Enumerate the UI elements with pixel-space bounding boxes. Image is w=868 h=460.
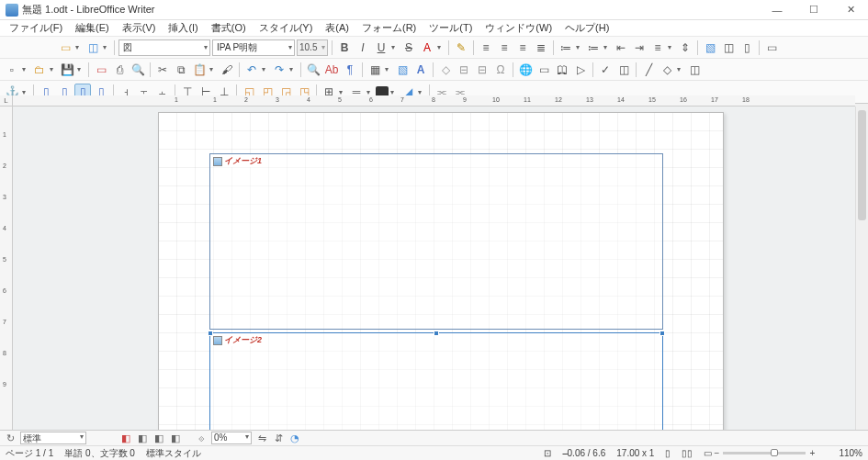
export-pdf-icon[interactable]: ▭ xyxy=(93,62,109,78)
color-icon[interactable]: ◧ xyxy=(119,432,132,444)
status-view-book-icon[interactable]: ▭ xyxy=(704,448,712,458)
dropdown-icon[interactable]: ▾ xyxy=(668,43,675,51)
font-name-combo[interactable]: IPA P明朝 xyxy=(212,39,295,56)
insert-chart-icon[interactable]: ◫ xyxy=(720,39,737,56)
dropdown-icon[interactable]: ▾ xyxy=(50,65,57,73)
insert-image-icon[interactable]: ▧ xyxy=(702,39,718,56)
paste-icon[interactable]: 📋 xyxy=(191,62,208,78)
insert-textbox-icon[interactable]: A xyxy=(412,62,429,78)
status-zoom[interactable]: 110% xyxy=(839,448,862,458)
insert-table-icon[interactable]: ▦ xyxy=(366,62,383,78)
align-left-icon[interactable]: ≡ xyxy=(478,39,494,56)
status-style[interactable]: 標準スタイル xyxy=(146,447,201,460)
vertical-ruler[interactable]: 123456789 xyxy=(0,107,13,430)
clone-format-icon[interactable]: 🖌 xyxy=(219,62,235,78)
styles-icon[interactable]: ◫ xyxy=(85,39,101,56)
page-break-icon[interactable]: ▭ xyxy=(763,39,780,56)
dropdown-icon[interactable]: ▾ xyxy=(391,43,399,51)
dropdown-icon[interactable]: ▾ xyxy=(437,43,445,51)
maximize-button[interactable]: ☐ xyxy=(802,2,826,18)
undo-icon[interactable]: ↶ xyxy=(243,62,260,78)
crop-icon[interactable]: ⟐ xyxy=(195,432,208,444)
record-changes-icon[interactable]: ◫ xyxy=(615,62,632,78)
hyperlink-icon[interactable]: 🌐 xyxy=(517,62,534,78)
page[interactable]: イメージ1 イメージ2 xyxy=(158,112,724,430)
menu-help[interactable]: ヘルプ(H) xyxy=(559,20,614,36)
copy-icon[interactable]: ⧉ xyxy=(173,62,189,78)
bold-icon[interactable]: B xyxy=(336,39,353,56)
dropdown-icon[interactable]: ▾ xyxy=(209,65,217,73)
document-workspace[interactable]: イメージ1 イメージ2 xyxy=(13,107,855,430)
status-view-multi-icon[interactable]: ▯▯ xyxy=(682,448,693,458)
draw-functions-icon[interactable]: ◫ xyxy=(686,62,703,78)
align-justify-icon[interactable]: ≣ xyxy=(533,39,549,56)
menu-format[interactable]: 書式(O) xyxy=(206,20,252,36)
spellcheck-icon[interactable]: Ab xyxy=(323,62,340,78)
print-preview-icon[interactable]: 🔍 xyxy=(130,62,146,78)
align-right-icon[interactable]: ≡ xyxy=(514,39,531,56)
footnote-icon[interactable]: ▭ xyxy=(535,62,552,78)
flip-v-icon[interactable]: ⇵ xyxy=(272,432,285,444)
menu-view[interactable]: 表示(V) xyxy=(117,20,162,36)
vertical-scrollbar[interactable] xyxy=(855,107,868,430)
line-icon[interactable]: ╱ xyxy=(640,62,657,78)
para-spacing-icon[interactable]: ⇕ xyxy=(677,39,693,56)
zoom-knob[interactable] xyxy=(771,449,778,456)
open-icon[interactable]: ▭ xyxy=(57,39,73,56)
insert-field-icon[interactable]: ◇ xyxy=(437,62,454,78)
new-icon[interactable]: ▫ xyxy=(4,62,20,78)
track-changes-icon[interactable]: ✓ xyxy=(597,62,614,78)
close-button[interactable]: ✕ xyxy=(839,2,862,18)
apply-style-combo[interactable]: 標準 xyxy=(20,432,86,444)
menu-style[interactable]: スタイル(Y) xyxy=(254,20,319,36)
line-spacing-icon[interactable]: ≡ xyxy=(649,39,666,56)
open-folder-icon[interactable]: 🗀 xyxy=(31,62,48,78)
ruler-corner[interactable]: L xyxy=(0,95,13,107)
redo-icon[interactable]: ↷ xyxy=(271,62,287,78)
scrollbar-thumb[interactable] xyxy=(858,110,866,220)
save-icon[interactable]: 💾 xyxy=(59,62,75,78)
resize-handle-nw[interactable] xyxy=(208,331,213,336)
highlight-icon[interactable]: ✎ xyxy=(453,39,469,56)
menu-tool[interactable]: ツール(T) xyxy=(423,20,478,36)
watermark-icon[interactable]: ◧ xyxy=(169,432,182,444)
insert-image2-icon[interactable]: ▧ xyxy=(394,62,411,78)
bullet-list-icon[interactable]: ≔ xyxy=(558,39,574,56)
formatting-marks-icon[interactable]: ¶ xyxy=(342,62,358,78)
italic-icon[interactable]: I xyxy=(355,39,371,56)
font-color-icon[interactable]: A xyxy=(419,39,435,56)
pie-icon[interactable]: ◔ xyxy=(288,432,301,444)
number-list-icon[interactable]: ≔ xyxy=(585,39,602,56)
menu-window[interactable]: ウィンドウ(W) xyxy=(479,20,558,36)
status-words[interactable]: 単語 0、文字数 0 xyxy=(64,447,135,460)
indent-decrease-icon[interactable]: ⇤ xyxy=(613,39,629,56)
dropdown-icon[interactable]: ▾ xyxy=(576,43,583,51)
insert-header-icon[interactable]: ⊟ xyxy=(456,62,472,78)
dropdown-icon[interactable]: ▾ xyxy=(603,43,611,51)
paragraph-style-combo[interactable]: 図 xyxy=(118,39,210,56)
image-frame-1[interactable]: イメージ1 xyxy=(209,153,663,330)
dropdown-icon[interactable]: ▾ xyxy=(677,65,684,73)
status-view-single-icon[interactable]: ▯ xyxy=(665,448,671,458)
insert-special-icon[interactable]: Ω xyxy=(492,62,509,78)
flip-h-icon[interactable]: ⇋ xyxy=(255,432,268,444)
menu-table[interactable]: 表(A) xyxy=(320,20,355,36)
menu-insert[interactable]: 挿入(I) xyxy=(163,20,203,36)
indent-increase-icon[interactable]: ⇥ xyxy=(631,39,648,56)
gray-icon[interactable]: ◧ xyxy=(136,432,149,444)
dropdown-icon[interactable]: ▾ xyxy=(385,65,392,73)
underline-icon[interactable]: U xyxy=(373,39,389,56)
bookmark-icon[interactable]: 🕮 xyxy=(554,62,570,78)
minimize-button[interactable]: — xyxy=(765,2,789,18)
horizontal-ruler[interactable]: 1123456789101112131415161718 xyxy=(13,95,855,107)
insert-footer-icon[interactable]: ⊟ xyxy=(474,62,490,78)
status-page[interactable]: ページ 1 / 1 xyxy=(6,447,53,460)
dropdown-icon[interactable]: ▾ xyxy=(75,43,83,51)
menu-file[interactable]: ファイル(F) xyxy=(4,20,68,36)
update-style-icon[interactable]: ↻ xyxy=(4,432,17,444)
dropdown-icon[interactable]: ▾ xyxy=(289,65,297,73)
cut-icon[interactable]: ✂ xyxy=(154,62,171,78)
strikethrough-icon[interactable]: S xyxy=(400,39,417,56)
dropdown-icon[interactable]: ▾ xyxy=(22,65,29,73)
align-center-icon[interactable]: ≡ xyxy=(496,39,513,56)
